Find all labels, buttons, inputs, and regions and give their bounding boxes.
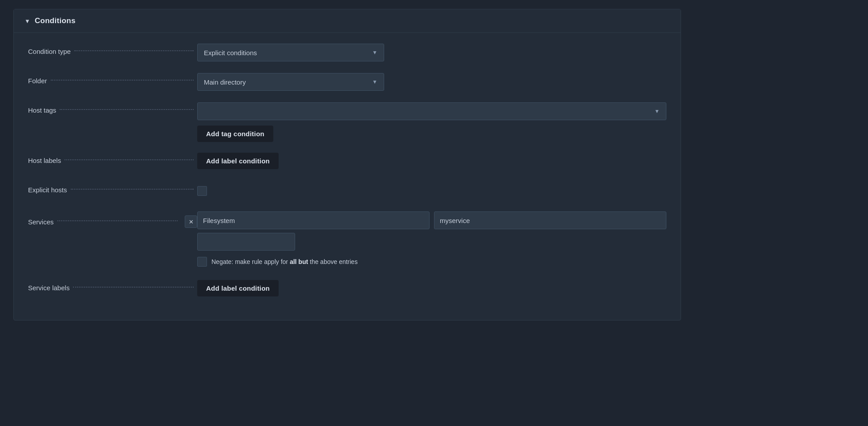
dotted-divider [73,287,194,288]
dotted-divider [51,80,194,81]
panel-body: Condition type Explicit conditions ▼ Fol… [14,33,681,320]
folder-control: Main directory ▼ [197,73,666,91]
host-tags-label: Host tags [28,102,197,114]
negate-checkbox[interactable] [197,257,207,267]
dotted-divider [74,50,194,51]
dotted-divider [71,189,194,190]
collapse-icon[interactable]: ▼ [24,18,30,24]
condition-type-dropdown[interactable]: Explicit conditions ▼ [197,44,384,61]
negate-row: Negate: make rule apply for all but the … [197,254,666,269]
service-labels-row: Service labels Add label condition [28,280,666,299]
services-remove-button[interactable]: ✕ [185,215,197,228]
condition-type-control: Explicit conditions ▼ [197,44,666,61]
services-top-inputs [197,211,666,229]
services-input-myservice[interactable] [434,211,666,229]
folder-chevron: ▼ [372,79,377,85]
host-tags-row: Host tags ▼ Add tag condition [28,102,666,142]
explicit-hosts-label: Explicit hosts [28,182,197,194]
negate-prefix: Negate: make rule apply for [211,258,290,265]
host-tags-chevron: ▼ [654,108,660,114]
services-label: Services [28,218,54,226]
dotted-divider [65,159,194,160]
folder-dropdown[interactable]: Main directory ▼ [197,73,384,91]
dotted-divider [57,220,178,221]
host-labels-control: Add label condition [197,153,666,169]
folder-value: Main directory [204,78,246,86]
services-extra-input[interactable] [197,233,295,251]
services-inputs: Negate: make rule apply for all but the … [197,211,666,269]
add-label-condition-service-button[interactable]: Add label condition [197,280,279,296]
services-row: Services ✕ Negate: make rule apply fo [28,211,666,269]
panel-title: Conditions [35,16,76,25]
explicit-hosts-checkbox-area [197,182,207,196]
negate-bold: all but [290,258,308,265]
condition-type-row: Condition type Explicit conditions ▼ [28,44,666,62]
host-labels-label: Host labels [28,153,197,164]
condition-type-value: Explicit conditions [204,49,257,57]
negate-text: Negate: make rule apply for all but the … [211,258,357,265]
explicit-hosts-checkbox[interactable] [197,186,207,196]
add-tag-condition-button[interactable]: Add tag condition [197,126,273,142]
host-tags-control: ▼ Add tag condition [197,102,666,142]
close-icon: ✕ [189,219,194,225]
explicit-hosts-row: Explicit hosts [28,182,666,201]
panel-header: ▼ Conditions [14,9,681,33]
dotted-divider [60,109,194,110]
services-label-area: Services ✕ [28,211,197,228]
folder-row: Folder Main directory ▼ [28,73,666,92]
services-extra-input-row [197,233,666,251]
service-labels-control: Add label condition [197,280,666,296]
host-tags-dropdown[interactable]: ▼ [197,102,666,120]
folder-label: Folder [28,73,197,85]
services-input-filesystem[interactable] [197,211,430,229]
add-label-condition-host-button[interactable]: Add label condition [197,153,279,169]
conditions-panel: ▼ Conditions Condition type Explicit con… [13,9,681,321]
condition-type-label: Condition type [28,44,197,55]
service-labels-label: Service labels [28,280,197,292]
host-labels-row: Host labels Add label condition [28,153,666,171]
negate-suffix: the above entries [308,258,357,265]
condition-type-chevron: ▼ [372,49,377,56]
